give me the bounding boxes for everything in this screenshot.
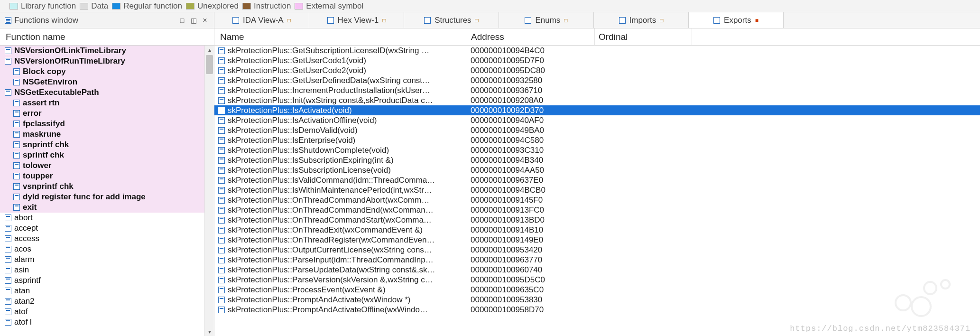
export-row[interactable]: skProtectionPlus::OnThreadRegister(wxCom… (214, 235, 980, 245)
legend-item: External symbol (295, 1, 363, 11)
export-row[interactable]: skProtectionPlus::OnThreadCommandStart(w… (214, 215, 980, 225)
function-item[interactable]: asin (0, 265, 214, 275)
legend-label: Regular function (123, 1, 182, 11)
export-row[interactable]: skProtectionPlus::OnThreadExit(wxCommand… (214, 225, 980, 235)
function-item[interactable]: maskrune (0, 129, 214, 140)
export-row[interactable]: skProtectionPlus::IsEnterprise(void)0000… (214, 135, 980, 145)
export-row[interactable]: skProtectionPlus::IncrementProductInstal… (214, 85, 980, 95)
tab-close-icon[interactable]: □ (564, 17, 567, 24)
function-item[interactable]: abort (0, 213, 214, 223)
function-icon (5, 277, 11, 284)
scroll-down-icon[interactable]: ▾ (205, 327, 214, 336)
export-row[interactable]: skProtectionPlus::PromptAndActivate(wxWi… (214, 295, 980, 305)
function-item[interactable]: accept (0, 223, 214, 233)
panel-close-button[interactable]: × (201, 16, 209, 25)
scrollbar-thumb[interactable] (206, 55, 213, 74)
function-item[interactable]: acos (0, 244, 214, 254)
export-row[interactable]: skProtectionPlus::IsActivationOffline(vo… (214, 115, 980, 125)
function-label: acos (14, 244, 31, 254)
export-row[interactable]: skProtectionPlus::GetUserCode2(void)0000… (214, 65, 980, 75)
function-item[interactable]: atof (0, 307, 214, 317)
function-label: alarm (14, 255, 35, 264)
function-label: atof (14, 307, 28, 317)
export-icon (218, 67, 225, 74)
export-name: skProtectionPlus::PromptAndActivate(wxWi… (228, 295, 471, 305)
export-row[interactable]: skProtectionPlus::ParseInput(idm::Thread… (214, 255, 980, 265)
function-item[interactable]: sprintf chk (0, 150, 214, 160)
function-item[interactable]: exit (0, 202, 214, 213)
export-row[interactable]: skProtectionPlus::GetUserDefinedData(wxS… (214, 75, 980, 85)
function-item[interactable]: dyld register func for add image (0, 192, 214, 202)
function-icon (5, 246, 11, 252)
function-item[interactable]: atan2 (0, 296, 214, 307)
export-row[interactable]: skProtectionPlus::OnThreadCommandAbort(w… (214, 195, 980, 205)
tab-hex-view-1[interactable]: Hex View-1□ (309, 12, 404, 28)
function-item[interactable]: atan (0, 286, 214, 296)
export-icon (218, 257, 225, 263)
tab-label: Imports (629, 16, 656, 25)
function-item[interactable]: access (0, 233, 214, 244)
function-item[interactable]: toupper (0, 171, 214, 181)
export-row[interactable]: skProtectionPlus::IsShutdownComplete(voi… (214, 145, 980, 155)
tab-icon (713, 17, 720, 24)
tab-close-icon[interactable]: □ (287, 17, 291, 24)
function-icon (5, 47, 11, 54)
export-row[interactable]: skProtectionPlus::GetSubscriptionLicense… (214, 46, 980, 56)
function-icon (5, 215, 11, 221)
tab-close-icon[interactable]: □ (475, 17, 479, 24)
export-row[interactable]: skProtectionPlus::IsActivated(void)00000… (214, 105, 980, 115)
function-item[interactable]: Block copy (0, 66, 214, 77)
function-item[interactable]: NSVersionOfLinkTimeLibrary (0, 46, 214, 56)
tab-ida-view-a[interactable]: IDA View-A□ (214, 12, 309, 28)
functions-column-header[interactable]: Function name (0, 28, 214, 46)
export-icon (218, 167, 225, 174)
export-row[interactable]: skProtectionPlus::ProcessEvent(wxEvent &… (214, 285, 980, 295)
column-header-name[interactable]: Name (218, 32, 465, 42)
export-row[interactable]: skProtectionPlus::IsWithinMaintenancePer… (214, 185, 980, 195)
export-row[interactable]: skProtectionPlus::PromptAndActivateOffli… (214, 305, 980, 315)
export-row[interactable]: skProtectionPlus::IsSubscriptionExpiring… (214, 155, 980, 165)
export-row[interactable]: skProtectionPlus::ParseUpdateData(wxStri… (214, 265, 980, 275)
tab-close-icon[interactable]: □ (382, 17, 386, 24)
column-header-address[interactable]: Address (469, 32, 592, 42)
function-item[interactable]: assert rtn (0, 98, 214, 108)
functions-list[interactable]: NSVersionOfLinkTimeLibraryNSVersionOfRun… (0, 46, 214, 327)
export-row[interactable]: skProtectionPlus::OutputCurrentLicense(w… (214, 245, 980, 255)
tab-structures[interactable]: Structures□ (404, 12, 499, 28)
tab-close-icon[interactable]: ■ (755, 17, 758, 24)
function-item[interactable]: vsnprintf chk (0, 181, 214, 192)
functions-scrollbar[interactable]: ▴ ▾ (204, 46, 214, 336)
export-row[interactable]: skProtectionPlus::IsSubscriptionLicense(… (214, 165, 980, 175)
function-item[interactable]: tolower (0, 160, 214, 171)
function-item[interactable]: NSGetExecutablePath (0, 87, 214, 98)
tab-enums[interactable]: Enums□ (499, 12, 594, 28)
function-item[interactable]: snprintf chk (0, 140, 214, 150)
panel-pop-out-button[interactable]: □ (178, 16, 186, 25)
export-name: skProtectionPlus::ParseInput(idm::Thread… (228, 255, 471, 265)
function-icon (13, 204, 20, 211)
export-row[interactable]: skProtectionPlus::Init(wxString const&,s… (214, 95, 980, 105)
export-row[interactable]: skProtectionPlus::OnThreadCommandEnd(wxC… (214, 205, 980, 215)
legend-swatch (9, 3, 18, 9)
function-item[interactable]: atof l (0, 317, 214, 327)
export-row[interactable]: skProtectionPlus::GetUserCode1(void)0000… (214, 56, 980, 65)
tab-exports[interactable]: Exports■ (689, 12, 784, 28)
exports-table-body[interactable]: skProtectionPlus::GetSubscriptionLicense… (214, 46, 980, 336)
legend-swatch (186, 3, 194, 9)
function-item[interactable]: fpclassifyd (0, 119, 214, 129)
export-icon (218, 137, 225, 144)
function-item[interactable]: NSGetEnviron (0, 77, 214, 87)
function-item[interactable]: error (0, 108, 214, 119)
function-item[interactable]: alarm (0, 254, 214, 265)
export-icon (218, 87, 225, 94)
tab-close-icon[interactable]: □ (660, 17, 663, 24)
function-item[interactable]: asprintf (0, 275, 214, 286)
export-row[interactable]: skProtectionPlus::IsValidCommand(idm::Th… (214, 175, 980, 185)
panel-detach-button[interactable]: ◫ (189, 16, 198, 25)
export-row[interactable]: skProtectionPlus::ParseVersion(skVersion… (214, 275, 980, 285)
tab-imports[interactable]: Imports□ (594, 12, 689, 28)
function-item[interactable]: NSVersionOfRunTimeLibrary (0, 56, 214, 66)
export-row[interactable]: skProtectionPlus::IsDemoValid(void)00000… (214, 125, 980, 135)
scroll-up-icon[interactable]: ▴ (205, 46, 214, 54)
column-header-ordinal[interactable]: Ordinal (597, 32, 692, 42)
